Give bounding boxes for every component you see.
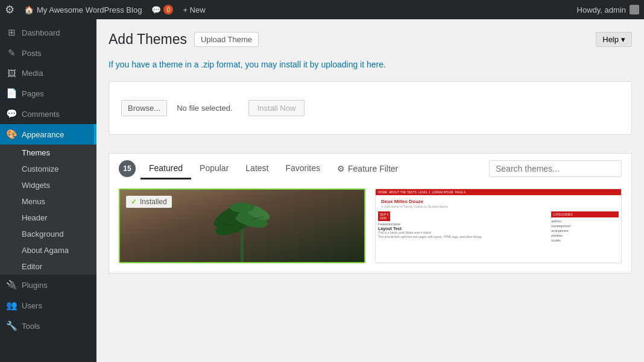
install-now-button[interactable]: Install Now [248, 100, 305, 116]
dm-post-body: This should then split into two pages wi… [378, 235, 549, 239]
dm-theme-title: Deux Milles Douze [379, 197, 450, 205]
dm-post-date: SEP 42020 [378, 211, 390, 221]
theme-card-deux-milles[interactable]: HOME ABOUT THE TESTS LEVEL 1 LOREM IPSUM… [375, 189, 622, 263]
sidebar-item-pages[interactable]: 📄 Pages [0, 83, 96, 104]
comments-count: 0 [163, 5, 173, 14]
pages-icon: 📄 [6, 88, 17, 99]
dm-sidebar: CATEGORIES authors uncategorized arrange… [551, 211, 619, 243]
theme-count-badge: 15 [119, 160, 136, 177]
sidebar-item-posts[interactable]: ✎ Posts [0, 43, 96, 63]
submenu-item-about-agama[interactable]: About Agama [0, 242, 96, 258]
admin-bar: ⚙ 🏠 My Awesome WordPress Blog 💬 0 + New … [0, 0, 644, 19]
dm-content-area: SEP 42020 Featured post Layout Test This… [376, 210, 621, 244]
dm-post-title: Layout Test [378, 226, 549, 231]
site-name: My Awesome WordPress Blog [37, 5, 142, 14]
help-button[interactable]: Help ▾ [596, 32, 632, 47]
adminbar-comments[interactable]: 💬 0 [147, 0, 178, 19]
page-title: Add Themes [109, 31, 187, 48]
content-area: Add Themes Upload Theme Help ▾ If you ha… [96, 19, 644, 362]
appearance-icon: 🎨 [6, 129, 17, 140]
search-wrap [489, 160, 622, 177]
tab-feature-filter[interactable]: ⚙ Feature Filter [329, 159, 406, 178]
adminbar-right: Howdy, admin [577, 5, 639, 14]
adminbar-new[interactable]: + New [178, 0, 210, 19]
installed-label: Installed [140, 198, 167, 206]
plugins-icon: 🔌 [6, 279, 17, 290]
comments-icon: 💬 [6, 108, 17, 119]
submenu-item-editor[interactable]: Editor [0, 258, 96, 275]
theme-card-installed[interactable]: ✓ Installed [119, 189, 365, 263]
submenu-item-customize[interactable]: Customize [0, 161, 96, 177]
theme-preview-deux-milles: HOME ABOUT THE TESTS LEVEL 1 LOREM IPSUM… [376, 189, 621, 261]
svg-point-6 [230, 203, 254, 213]
sidebar-item-comments[interactable]: 💬 Comments [0, 104, 96, 124]
submenu-item-themes[interactable]: Themes [0, 145, 96, 161]
tab-latest[interactable]: Latest [237, 158, 277, 179]
sidebar-label-posts: Posts [22, 49, 42, 58]
sidebar-label-appearance: Appearance [22, 130, 64, 139]
theme-tabs-bar: 15 Featured Popular Latest Favorites ⚙ F… [109, 153, 632, 179]
avatar [630, 5, 639, 14]
appearance-submenu: Themes Customize Widgets Menus Header Ba… [0, 145, 96, 275]
users-icon: 👥 [6, 300, 17, 311]
tab-favorites[interactable]: Favorites [277, 158, 329, 179]
dm-header: HOME ABOUT THE TESTS LEVEL 1 LOREM IPSUM… [376, 189, 621, 195]
theme-search-input[interactable] [489, 160, 622, 177]
tools-icon: 🔧 [6, 320, 17, 331]
submenu-item-header[interactable]: Header [0, 210, 96, 226]
howdy-text[interactable]: Howdy, admin [577, 5, 639, 14]
sidebar-item-tools[interactable]: 🔧 Tools [0, 316, 96, 336]
page-header: Add Themes Upload Theme Help ▾ [109, 31, 632, 48]
sidebar-item-dashboard[interactable]: ⊞ Dashboard [0, 22, 96, 43]
dm-sidebar-title: CATEGORIES [551, 211, 619, 217]
help-chevron-icon: ▾ [621, 35, 625, 44]
upload-box: Browse... No file selected. Install Now [109, 81, 632, 135]
admin-sidebar: ⊞ Dashboard ✎ Posts 🖼 Media 📄 Pages 💬 Co… [0, 19, 96, 362]
submenu-item-menus[interactable]: Menus [0, 193, 96, 210]
upload-theme-button[interactable]: Upload Theme [194, 32, 259, 47]
submenu-item-background[interactable]: Background [0, 226, 96, 242]
browse-button[interactable]: Browse... [121, 100, 167, 116]
sidebar-label-media: Media [22, 69, 43, 78]
home-icon: 🏠 [24, 5, 34, 14]
sidebar-label-plugins: Plugins [22, 281, 48, 290]
sidebar-label-dashboard: Dashboard [22, 28, 60, 37]
comments-icon: 💬 [151, 5, 161, 14]
main-wrap: ⊞ Dashboard ✎ Posts 🖼 Media 📄 Pages 💬 Co… [0, 19, 644, 362]
checkmark-icon: ✓ [131, 198, 137, 206]
sidebar-label-tools: Tools [22, 322, 40, 331]
tab-featured[interactable]: Featured [140, 158, 191, 179]
theme-grid: ✓ Installed [109, 179, 632, 273]
dm-main-content: SEP 42020 Featured post Layout Test This… [378, 211, 549, 243]
adminbar-site[interactable]: 🏠 My Awesome WordPress Blog [19, 0, 147, 19]
sidebar-item-appearance[interactable]: 🎨 Appearance [0, 124, 96, 145]
dm-sidebar-items: authors uncategorized arrangement primit… [551, 219, 619, 243]
dashboard-icon: ⊞ [6, 27, 17, 38]
posts-icon: ✎ [6, 48, 17, 58]
info-text: If you have a theme in a .zip format, yo… [109, 60, 632, 69]
sidebar-item-users[interactable]: 👥 Users [0, 295, 96, 316]
sidebar-item-media[interactable]: 🖼 Media [0, 63, 96, 83]
body-content: Add Themes Upload Theme Help ▾ If you ha… [96, 19, 644, 286]
sidebar-label-comments: Comments [22, 110, 60, 119]
submenu-item-widgets[interactable]: Widgets [0, 177, 96, 193]
sidebar-item-plugins[interactable]: 🔌 Plugins [0, 275, 96, 295]
gear-icon: ⚙ [337, 164, 345, 173]
media-icon: 🖼 [6, 68, 17, 78]
sidebar-label-pages: Pages [22, 89, 44, 98]
no-file-text: No file selected. [177, 104, 233, 113]
sidebar-label-users: Users [22, 301, 42, 310]
installed-badge: ✓ Installed [126, 196, 172, 208]
wp-logo-icon[interactable]: ⚙ [5, 3, 14, 16]
feature-filter-label: Feature Filter [348, 164, 398, 173]
tab-popular[interactable]: Popular [191, 158, 237, 179]
dm-theme-subtitle: A child theme of Twenty Twelve by Blueli… [379, 205, 450, 210]
new-label: + New [183, 5, 205, 14]
help-label: Help [602, 35, 619, 44]
